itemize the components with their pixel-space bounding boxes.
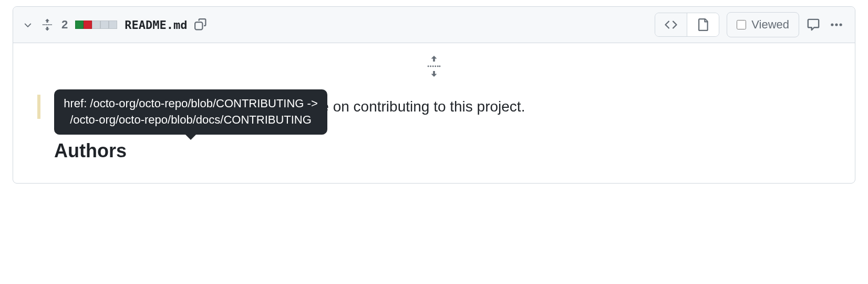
svg-point-12 xyxy=(435,66,436,67)
svg-point-1 xyxy=(44,24,45,25)
svg-point-13 xyxy=(437,66,439,67)
href-diff-tooltip: href: /octo-org/octo-repo/blob/CONTRIBUT… xyxy=(54,89,327,135)
source-view-button[interactable] xyxy=(655,13,687,36)
svg-point-6 xyxy=(831,23,833,26)
expand-all-icon[interactable] xyxy=(40,18,54,32)
svg-point-14 xyxy=(439,66,440,67)
svg-point-5 xyxy=(51,24,52,25)
comment-button[interactable] xyxy=(807,18,820,32)
copy-path-button[interactable] xyxy=(194,18,207,31)
change-count: 2 xyxy=(61,18,68,32)
viewed-checkbox[interactable] xyxy=(737,20,746,29)
svg-point-7 xyxy=(835,23,838,26)
collapse-toggle[interactable] xyxy=(23,19,33,30)
diff-stat-bar xyxy=(75,21,117,29)
svg-point-4 xyxy=(49,24,50,25)
svg-point-0 xyxy=(43,24,44,25)
expand-hunk-button[interactable] xyxy=(13,43,855,95)
file-body: href: /octo-org/octo-repo/blob/CONTRIBUT… xyxy=(13,43,855,183)
file-header: 2 README.md Viewed xyxy=(13,7,855,43)
svg-point-8 xyxy=(840,23,842,26)
file-diff-panel: 2 README.md Viewed xyxy=(13,6,855,184)
svg-point-11 xyxy=(432,66,434,67)
svg-point-10 xyxy=(430,66,431,67)
svg-point-9 xyxy=(428,66,429,67)
file-name[interactable]: README.md xyxy=(125,18,187,32)
change-indicator xyxy=(37,95,40,119)
more-options-button[interactable] xyxy=(828,16,845,34)
view-mode-toggle xyxy=(655,13,719,37)
svg-point-3 xyxy=(48,24,49,25)
svg-point-2 xyxy=(46,24,47,25)
rendered-view-button[interactable] xyxy=(687,13,719,36)
viewed-toggle[interactable]: Viewed xyxy=(727,12,799,37)
viewed-label: Viewed xyxy=(751,18,789,32)
